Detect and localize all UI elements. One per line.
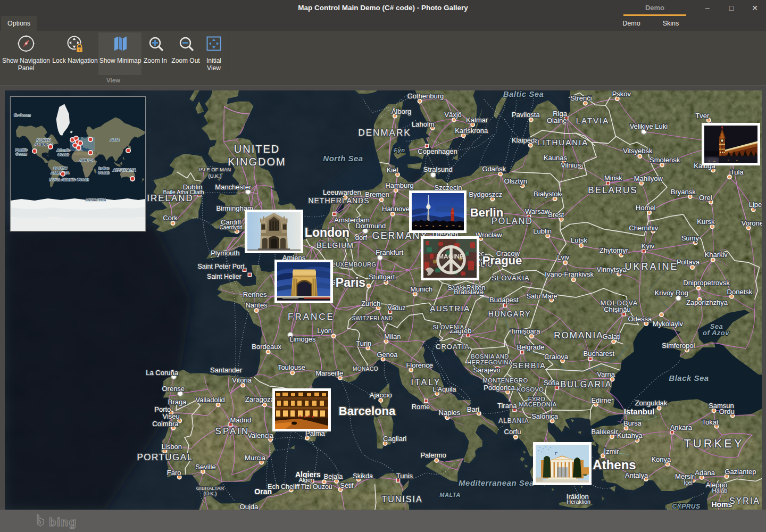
- svg-text:Zhytomyr: Zhytomyr: [600, 246, 629, 254]
- svg-text:Vilnius: Vilnius: [561, 161, 581, 169]
- svg-text:Milan: Milan: [384, 332, 401, 340]
- svg-text:Kalmar: Kalmar: [466, 116, 488, 124]
- svg-text:SLOVENIA: SLOVENIA: [432, 324, 464, 330]
- svg-text:Valladolid: Valladolid: [195, 396, 224, 404]
- svg-text:Bursa: Bursa: [623, 419, 642, 427]
- svg-text:ASIA: ASIA: [110, 137, 120, 142]
- svg-text:Alger: Alger: [299, 477, 313, 483]
- svg-text:Belgrade: Belgrade: [517, 343, 544, 351]
- svg-text:ITALY: ITALY: [411, 378, 441, 387]
- svg-text:KOSOVO: KOSOVO: [517, 386, 544, 393]
- svg-text:Mykolayiv: Mykolayiv: [653, 320, 684, 328]
- svg-text:Minsk: Minsk: [604, 174, 622, 182]
- svg-text:Bordeaux: Bordeaux: [252, 343, 281, 351]
- svg-text:Varna: Varna: [597, 370, 615, 378]
- svg-text:Ordu: Ordu: [719, 408, 735, 415]
- svg-text:AUSTRIA: AUSTRIA: [430, 304, 470, 313]
- svg-text:Gothenburg: Gothenburg: [407, 92, 444, 100]
- svg-text:SLOVAKIA: SLOVAKIA: [492, 274, 529, 282]
- svg-text:Lipetsk: Lipetsk: [749, 201, 762, 209]
- svg-text:Stralsund: Stralsund: [423, 165, 453, 173]
- svg-text:UNITED: UNITED: [234, 143, 280, 155]
- svg-text:TURKEY: TURKEY: [684, 437, 744, 450]
- svg-text:North Sea: North Sea: [323, 154, 363, 163]
- svg-text:(U.K.): (U.K.): [209, 173, 222, 179]
- svg-text:MAGINE: MAGINE: [438, 253, 464, 260]
- svg-text:Adana: Adana: [695, 469, 715, 477]
- svg-text:dorf: dorf: [355, 234, 368, 242]
- svg-text:Naples: Naples: [439, 409, 461, 417]
- svg-text:Brest: Brest: [548, 211, 564, 219]
- svg-text:DENMARK: DENMARK: [358, 128, 411, 138]
- svg-text:Ocean: Ocean: [57, 153, 69, 156]
- svg-text:Caerdydd: Caerdydd: [219, 225, 242, 230]
- svg-text:Ivano-Frankivsk: Ivano-Frankivsk: [545, 270, 594, 278]
- svg-text:Lutsk: Lutsk: [571, 236, 588, 244]
- svg-text:Salonica: Salonica: [531, 412, 559, 420]
- svg-text:Hannover: Hannover: [382, 205, 412, 213]
- svg-text:Budapest: Budapest: [489, 296, 519, 304]
- svg-text:Poltava: Poltava: [677, 258, 700, 266]
- svg-text:Berlin: Berlin: [470, 206, 503, 219]
- svg-text:Palermo: Palermo: [420, 451, 446, 459]
- svg-text:Black Sea: Black Sea: [669, 373, 709, 383]
- svg-text:Turin: Turin: [356, 339, 371, 347]
- svg-text:Antalya: Antalya: [625, 471, 648, 479]
- svg-text:Hamburg: Hamburg: [385, 181, 413, 189]
- svg-text:Baltic Sea: Baltic Sea: [503, 90, 544, 98]
- svg-text:BULGARIA: BULGARIA: [561, 380, 612, 389]
- svg-text:Florence: Florence: [406, 361, 433, 369]
- svg-text:Sumy: Sumy: [681, 234, 700, 242]
- svg-text:Kharkiv: Kharkiv: [705, 251, 728, 259]
- svg-text:Oujda: Oujda: [240, 503, 259, 510]
- svg-text:Zaragoza: Zaragoza: [245, 395, 275, 403]
- svg-text:Tula: Tula: [730, 168, 744, 176]
- svg-text:Odessa: Odessa: [628, 315, 652, 323]
- svg-text:Zurich: Zurich: [361, 300, 380, 307]
- svg-text:Barcelona: Barcelona: [339, 404, 396, 418]
- svg-text:Laholm: Laholm: [412, 120, 435, 128]
- svg-text:Rennes: Rennes: [243, 290, 267, 298]
- svg-text:Manchester: Manchester: [215, 183, 252, 191]
- svg-text:TUNISIA: TUNISIA: [381, 495, 422, 504]
- svg-text:Konya: Konya: [651, 455, 671, 463]
- svg-text:Dortmund: Dortmund: [355, 222, 386, 230]
- svg-text:Marseille: Marseille: [315, 369, 343, 377]
- svg-text:Tokat: Tokat: [702, 418, 718, 426]
- svg-text:of Azov: of Azov: [703, 329, 729, 337]
- svg-text:Strenči: Strenči: [570, 94, 592, 102]
- svg-text:Gdańsk: Gdańsk: [482, 165, 506, 173]
- svg-text:Warsaw: Warsaw: [525, 207, 550, 215]
- svg-text:ISLE OF MAN: ISLE OF MAN: [199, 167, 231, 172]
- svg-text:Frankfurt: Frankfurt: [376, 248, 403, 256]
- svg-text:Lyon: Lyon: [317, 327, 332, 335]
- svg-text:Orense: Orense: [162, 385, 185, 393]
- svg-text:Craiova: Craiova: [544, 353, 569, 361]
- svg-text:Bryansk: Bryansk: [671, 188, 696, 196]
- svg-text:Coimbra: Coimbra: [152, 420, 179, 428]
- svg-text:NETHERLANDS: NETHERLANDS: [308, 196, 369, 205]
- svg-text:Wrocław: Wrocław: [476, 231, 502, 239]
- svg-text:Olaine: Olaine: [547, 117, 567, 124]
- svg-text:Ålborg: Ålborg: [392, 107, 412, 115]
- svg-text:Kiel: Kiel: [387, 166, 398, 174]
- svg-text:Tver: Tver: [695, 112, 710, 120]
- svg-text:HUNGARY: HUNGARY: [488, 310, 531, 318]
- svg-text:Santander: Santander: [210, 366, 243, 374]
- svg-text:Velikiye Luki: Velikiye Luki: [630, 122, 668, 130]
- svg-text:Kyiv: Kyiv: [642, 242, 655, 250]
- svg-text:Plymouth: Plymouth: [211, 249, 239, 257]
- svg-text:Sofia: Sofia: [544, 379, 560, 387]
- svg-text:CROATIA: CROATIA: [436, 343, 470, 351]
- svg-text:Ech Cheliff: Ech Cheliff: [268, 483, 300, 491]
- svg-text:Vaduz: Vaduz: [387, 304, 406, 312]
- svg-text:(U.K.): (U.K.): [204, 491, 217, 496]
- svg-text:Istanbul: Istanbul: [624, 407, 655, 416]
- svg-text:Mediterranean Sea: Mediterranean Sea: [459, 478, 534, 487]
- svg-text:Krivoy Rog: Krivoy Rog: [655, 289, 689, 297]
- svg-text:Genoa: Genoa: [377, 351, 398, 359]
- svg-text:Orel: Orel: [699, 194, 712, 202]
- svg-text:Limoges: Limoges: [289, 335, 316, 343]
- svg-text:SWITZERLAND: SWITZERLAND: [352, 315, 393, 321]
- svg-text:Corfu: Corfu: [504, 428, 521, 436]
